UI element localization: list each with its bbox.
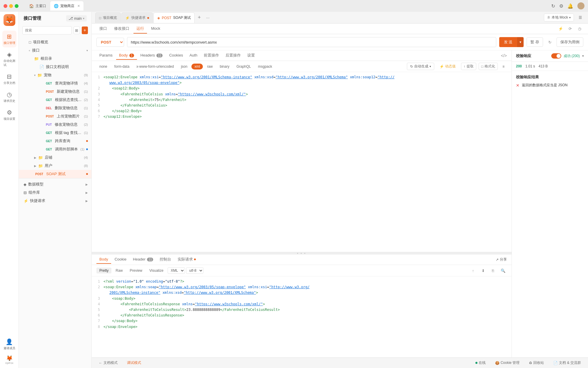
tab-pet-store[interactable]: 🌐 宠物商店 ✕ — [50, 1, 83, 11]
save-temp-button[interactable]: 暂 存 — [527, 37, 543, 47]
url-refresh-button[interactable]: ↻ — [546, 38, 554, 46]
minimize-button[interactable] — [9, 4, 13, 8]
resp-tab-cookie[interactable]: Cookie — [112, 255, 129, 264]
tree-item-post-new-pet[interactable]: POST 新建宠物信息 (1) — [19, 87, 91, 96]
settings-icon[interactable]: ⚙ — [559, 3, 563, 9]
tree-item-get-pet-detail[interactable]: GET 查询宠物详情 (4) — [19, 79, 91, 87]
code-view-icon[interactable]: </> — [501, 53, 507, 58]
tab-main-window[interactable]: 🏠 主窗口 — [26, 1, 50, 11]
main-tab-overview[interactable]: □ 项目概览 — [95, 12, 121, 23]
send-main-label[interactable]: 发 送 — [499, 37, 517, 47]
validation-toggle[interactable] — [551, 53, 561, 59]
tree-item-get-cross[interactable]: GET 跨库查询 — [19, 137, 91, 145]
tree-item-data-model[interactable]: ◈ 数据模型 ▶ — [19, 180, 91, 188]
tree-item-get-ext-script[interactable]: GET 调用外部脚本 (1) — [19, 145, 91, 153]
resp-tab-actual-req[interactable]: 实际请求 — [175, 255, 199, 264]
recycle-button[interactable]: ♻ 回收站 — [527, 359, 546, 367]
doc-mode-button[interactable]: ← 文档模式 — [96, 359, 120, 367]
utf-select[interactable]: utf-8 — [186, 267, 203, 274]
doc-exchange-button[interactable]: 📄 文档 & 交流群 — [551, 359, 583, 367]
resp-download-icon[interactable]: ⬇ — [479, 267, 487, 274]
req-tab-settings[interactable]: 设置 — [244, 51, 258, 60]
body-type-json[interactable]: json — [178, 64, 190, 69]
body-sort-icon[interactable]: ≡ — [500, 64, 507, 69]
tree-item-root-dir[interactable]: 📁 根目录 — [19, 54, 91, 63]
url-input[interactable] — [127, 37, 496, 47]
dynamic-value-button[interactable]: ⚡ 动态值 — [437, 63, 459, 70]
save-example-button[interactable]: 保存为用例 — [557, 37, 583, 47]
sidebar-item-req-history[interactable]: ◷ 请求历史 — [2, 89, 16, 105]
tree-item-component-lib[interactable]: ⊟ 组件库 ▶ — [19, 188, 91, 197]
req-tab-pre-op[interactable]: 前置操作 — [201, 51, 222, 60]
tree-item-overview[interactable]: □ 项目概览 — [19, 38, 91, 46]
maximize-button[interactable] — [15, 4, 19, 8]
tree-filter-button[interactable]: ⊞ — [74, 26, 80, 34]
format-button[interactable]: □ 格式化 — [479, 63, 498, 70]
resp-extract-icon[interactable]: ↑ — [469, 267, 477, 274]
sub-tab-icon1[interactable]: ⚡ — [557, 25, 564, 33]
user-avatar[interactable] — [577, 2, 584, 9]
request-body-editor[interactable]: 1 <soap12:Envelope xmlns:xsi="http://www… — [92, 72, 512, 252]
req-tab-cookies[interactable]: Cookies — [166, 51, 186, 60]
main-tab-soap-test[interactable]: ◈ POST SOAP 测试 — [153, 12, 195, 23]
req-tab-params[interactable]: Params — [96, 51, 116, 60]
body-type-form-data[interactable]: form-data — [111, 64, 132, 69]
main-menu-button[interactable]: ☰ — [576, 14, 584, 22]
close-button[interactable] — [4, 4, 7, 8]
body-type-raw[interactable]: raw — [204, 64, 216, 69]
local-mock-button[interactable]: 本 本地 Mock ▾ — [544, 14, 574, 21]
resp-tab-header[interactable]: Header 11 — [130, 255, 156, 264]
main-tab-quick-req[interactable]: ⚡ 快捷请求 — [121, 12, 153, 23]
extract-button[interactable]: ↑ 提取 — [461, 63, 476, 70]
req-tab-post-op[interactable]: 后置操作 — [223, 51, 244, 60]
tree-item-post-upload[interactable]: POST 上传宠物图片 (1) — [19, 112, 91, 120]
body-type-xml[interactable]: xml — [191, 64, 203, 69]
resp-tab-console[interactable]: 控制台 — [157, 255, 174, 264]
tree-item-interface[interactable]: ◦ 接口 ▾ — [19, 46, 91, 54]
tree-item-put-pet[interactable]: PUT 修改宠物信息 (2) — [19, 120, 91, 129]
resp-format-preview[interactable]: Preview — [127, 268, 145, 273]
sidebar-item-api-mgmt[interactable]: ⊞ 接口管理 — [2, 31, 16, 47]
sub-tab-interface[interactable]: 接口 — [96, 24, 110, 34]
tree-item-del-pet[interactable]: DEL 删除宠物信息 (1) — [19, 104, 91, 112]
branch-selector[interactable]: ⎇ main ▾ — [66, 15, 87, 21]
debug-mode-button[interactable]: 调试模式 — [125, 359, 143, 367]
body-type-msgpack[interactable]: msgpack — [255, 64, 275, 69]
req-resp-divider[interactable]: • • • — [92, 252, 512, 254]
bell-icon[interactable]: 🔔 — [567, 3, 573, 9]
tree-item-user-folder[interactable]: ▶ 📁 用户 (8) — [19, 162, 91, 170]
body-type-none[interactable]: none — [96, 64, 110, 69]
resp-copy-icon[interactable]: ⎘ — [489, 267, 497, 274]
tree-item-api-doc[interactable]: 📄 接口文档说明 — [19, 63, 91, 71]
sub-tab-icon3[interactable]: ◷ — [576, 25, 583, 33]
req-tab-body[interactable]: Body 1 — [116, 51, 137, 60]
sidebar-item-proj-settings[interactable]: ⚙ 项目设置 — [2, 107, 16, 123]
sub-tab-mock[interactable]: Mock — [148, 24, 163, 33]
resp-search-icon[interactable]: 🔍 — [499, 267, 507, 274]
body-type-graphql[interactable]: GraphQL — [233, 64, 254, 69]
body-type-binary[interactable]: binary — [217, 64, 232, 69]
resp-tab-body[interactable]: Body — [96, 255, 111, 264]
tree-item-pet-folder[interactable]: ▾ 📁 宠物 (9) — [19, 71, 91, 79]
sub-tab-modify[interactable]: 修改接口 — [111, 24, 132, 34]
req-tab-headers[interactable]: Headers 11 — [138, 51, 166, 60]
body-type-urlencoded[interactable]: x-www-form-urlencoded — [133, 64, 177, 69]
refresh-icon[interactable]: ↻ — [551, 3, 555, 9]
tab-more-button[interactable]: ··· — [204, 14, 212, 21]
tree-item-get-by-status[interactable]: GET 根据状态查找宠... (2) — [19, 96, 91, 104]
resp-format-raw[interactable]: Raw — [113, 268, 126, 273]
tree-search-input[interactable] — [22, 26, 72, 34]
cookie-mgmt-button[interactable]: 🍪 Cookie 管理 — [493, 359, 522, 367]
validation-chevron-icon[interactable]: ▾ — [582, 54, 584, 58]
resp-format-pretty[interactable]: Pretty — [96, 268, 111, 273]
sub-tab-run[interactable]: 运行 — [133, 24, 147, 34]
send-button[interactable]: 发 送 ▾ — [499, 37, 524, 47]
xml-select[interactable]: XML — [168, 267, 185, 274]
autogen-button[interactable]: ↻ 自动生成 ▾ — [407, 63, 434, 70]
req-tab-auth[interactable]: Auth — [186, 51, 200, 60]
sub-tab-icon2[interactable]: ⟳ — [566, 25, 574, 33]
tree-item-soap-test[interactable]: POST SOAP 测试 — [19, 170, 91, 178]
share-button[interactable]: ↗ 分享 — [496, 257, 507, 262]
method-select[interactable]: POST GET PUT DELETE — [96, 38, 124, 47]
tab-add-button[interactable]: + — [195, 13, 203, 22]
